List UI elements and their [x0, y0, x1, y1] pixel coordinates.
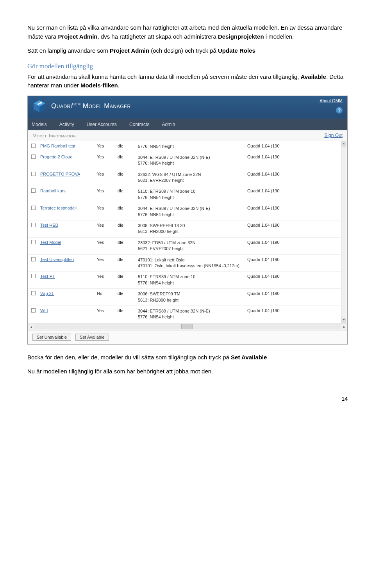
section-title: Model Information: [32, 133, 76, 139]
app-title: QuadriDCM Model Manager: [51, 102, 131, 110]
cell-crs: 3008: SWEREF99 13 305613: RH2000 height: [136, 220, 246, 238]
model-table: PMG Rambøll testYesIdle5776: NN54 height…: [28, 141, 341, 323]
table-row: Test UlvensplittenYesIdle470101: Lokalt …: [28, 254, 341, 272]
model-name-link[interactable]: Test-PT: [40, 274, 55, 279]
scroll-right-icon[interactable]: ▸: [341, 325, 347, 329]
cell-available: Yes: [95, 169, 115, 186]
row-checkbox[interactable]: [31, 206, 36, 210]
cell-activity: Idle: [115, 306, 136, 323]
table-row: Terratec testmodellYesIdle3044: ETRS89 /…: [28, 203, 341, 220]
text: , dvs ha rättigheter att skapa och admin…: [98, 33, 218, 40]
row-checkbox[interactable]: [31, 257, 36, 261]
cell-crs: 470101: Lokalt nett Oslo470101: Oslo, lo…: [136, 254, 246, 272]
text: (och design) och tryck på: [149, 47, 218, 54]
model-name-link[interactable]: PROGETTO PROVA: [40, 172, 80, 176]
table-row: Test HEBYesIdle3008: SWEREF99 13 305613:…: [28, 220, 341, 238]
cell-feature-catalogue: Quadri 1.04 (190: [246, 237, 341, 254]
model-name-link[interactable]: Test Ulvensplitten: [40, 257, 74, 262]
cell-available: Yes: [95, 141, 115, 152]
text-bold: Models-fliken: [80, 82, 118, 89]
cell-available: Yes: [95, 220, 115, 238]
scroll-down-icon[interactable]: ▾: [341, 318, 346, 323]
cell-feature-catalogue: Quadri 1.04 (190: [246, 186, 341, 203]
app-header: QuadriDCM Model Manager About QMM ?: [28, 96, 347, 119]
scroll-up-icon[interactable]: ▴: [341, 141, 346, 147]
cell-activity: Idle: [115, 141, 136, 152]
scroll-track[interactable]: [34, 324, 341, 329]
row-checkbox[interactable]: [31, 274, 36, 278]
row-checkbox[interactable]: [31, 223, 36, 227]
cell-available: Yes: [95, 254, 115, 272]
table-row: Väg 21NoIdle3006: SWEREF99 TM5613: RH200…: [28, 289, 341, 306]
action-bar: Set Unavailable Set Available: [28, 330, 347, 344]
row-checkbox[interactable]: [31, 308, 36, 313]
row-checkbox[interactable]: [31, 291, 36, 295]
cell-feature-catalogue: Quadri 1.04 (190: [246, 306, 341, 323]
cell-activity: Idle: [115, 272, 136, 289]
nav-user-accounts[interactable]: User Accounts: [87, 122, 117, 127]
help-icon[interactable]: ?: [336, 107, 343, 114]
scroll-left-icon[interactable]: ◂: [28, 325, 34, 329]
cell-feature-catalogue: Quadri 1.04 (190: [246, 152, 341, 169]
cell-crs: 3044: ETRS89 / UTM zone 32N (N-E)5776: N…: [136, 306, 246, 323]
table-row: Rambøll kursYesIdle5110: ETRS89 / NTM zo…: [28, 186, 341, 203]
cell-activity: Idle: [115, 254, 136, 272]
scroll-thumb[interactable]: [181, 324, 193, 329]
sign-out-link[interactable]: Sign Out: [324, 133, 343, 138]
paragraph-2: Sätt en lämplig användare som Project Ad…: [27, 46, 348, 55]
cell-activity: Idle: [115, 186, 136, 203]
model-name-link[interactable]: Väg 21: [40, 291, 54, 296]
cell-crs: 3044: ETRS89 / UTM zone 32N (N-E)5776: N…: [136, 152, 246, 169]
row-checkbox[interactable]: [31, 144, 36, 148]
about-link[interactable]: About QMM: [320, 98, 343, 103]
model-name-link[interactable]: WLI: [40, 308, 48, 313]
cell-feature-catalogue: Quadri 1.04 (190: [246, 289, 341, 306]
model-name-link[interactable]: Test HEB: [40, 223, 58, 227]
cell-available: Yes: [95, 152, 115, 169]
cell-activity: Idle: [115, 237, 136, 254]
horizontal-scrollbar[interactable]: ◂ ▸: [28, 323, 347, 330]
text-bold: Designprojekten: [218, 33, 264, 40]
svg-point-4: [40, 101, 42, 103]
cell-feature-catalogue: Quadri 1.04 (190: [246, 272, 341, 289]
cell-crs: 5776: NN54 height: [136, 141, 246, 152]
table-row: PMG Rambøll testYesIdle5776: NN54 height…: [28, 141, 341, 152]
cell-activity: Idle: [115, 220, 136, 238]
cell-activity: Idle: [115, 152, 136, 169]
cell-activity: Idle: [115, 169, 136, 186]
nav-admin[interactable]: Admin: [162, 122, 175, 127]
row-checkbox[interactable]: [31, 172, 36, 176]
cell-feature-catalogue: Quadri 1.04 (190: [246, 141, 341, 152]
model-name-link[interactable]: PMG Rambøll test: [40, 144, 75, 148]
nav-models[interactable]: Models: [32, 122, 47, 127]
set-available-button[interactable]: Set Available: [75, 334, 109, 341]
paragraph-4: Bocka för den den, eller de, modeller du…: [27, 353, 348, 362]
row-checkbox[interactable]: [31, 188, 36, 193]
vertical-scrollbar[interactable]: ▴ ▾: [341, 141, 346, 323]
cell-available: Yes: [95, 237, 115, 254]
app-logo-area: QuadriDCM Model Manager: [28, 96, 347, 116]
page-number: 14: [27, 396, 348, 402]
text-sup: DCM: [72, 102, 81, 106]
model-name-link[interactable]: Terratec testmodell: [40, 206, 77, 210]
row-checkbox[interactable]: [31, 240, 36, 244]
paragraph-1: Nu ser man en lista på vilka användare s…: [27, 23, 348, 41]
model-name-link[interactable]: Progetto 2 Cloud: [40, 155, 73, 159]
text: Model Manager: [81, 102, 131, 110]
text: .: [118, 82, 120, 89]
cell-crs: 3006: SWEREF99 TM5613: RH2000 height: [136, 289, 246, 306]
cell-available: Yes: [95, 306, 115, 323]
row-checkbox[interactable]: [31, 155, 36, 159]
heading-make-available: Gör modellen tillgänglig: [27, 62, 348, 70]
cell-crs: 3044: ETRS89 / UTM zone 32N (N-E)5776: N…: [136, 203, 246, 220]
nav-contracts[interactable]: Contracts: [129, 122, 149, 127]
nav-bar: Models Activity User Accounts Contracts …: [28, 119, 347, 130]
nav-activity[interactable]: Activity: [59, 122, 74, 127]
text: i modellen.: [264, 33, 294, 40]
model-name-link[interactable]: Rambøll kurs: [40, 188, 66, 193]
set-unavailable-button[interactable]: Set Unavailable: [32, 334, 71, 341]
model-name-link[interactable]: Test Model: [40, 240, 61, 245]
text-bold: Update Roles: [218, 47, 255, 54]
cell-feature-catalogue: Quadri 1.04 (190: [246, 203, 341, 220]
cell-activity: Idle: [115, 289, 136, 306]
